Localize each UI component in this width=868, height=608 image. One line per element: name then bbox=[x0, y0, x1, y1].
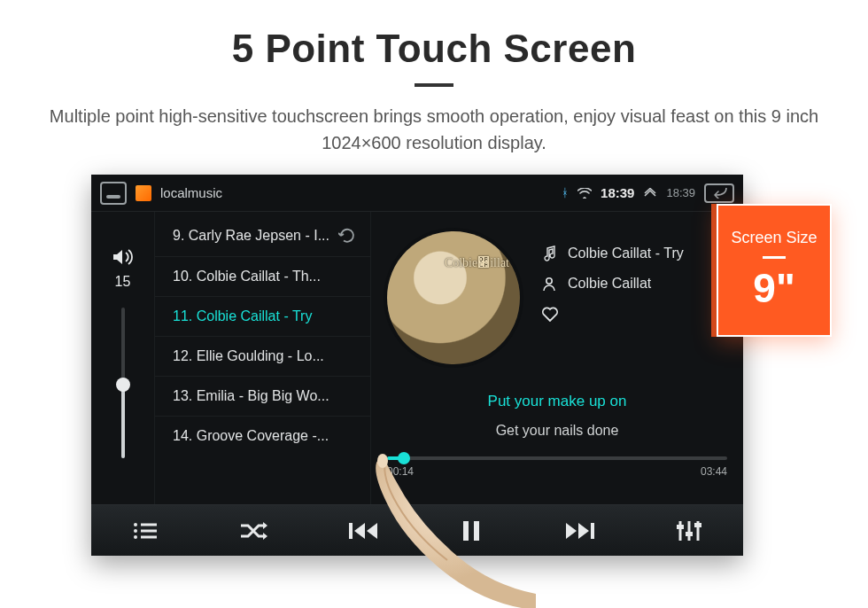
track-row[interactable]: 10. Colbie Caillat - Th... bbox=[155, 257, 370, 297]
music-note-icon bbox=[541, 246, 557, 261]
progress-bar[interactable]: 00:14 03:44 bbox=[387, 456, 727, 478]
wifi-icon bbox=[577, 188, 592, 199]
back-button[interactable] bbox=[704, 183, 734, 203]
track-row[interactable]: 9. Carly Rae Jepsen - I... bbox=[155, 215, 370, 257]
album-art bbox=[387, 231, 520, 364]
artist-icon bbox=[541, 276, 557, 292]
title-underline bbox=[415, 83, 453, 87]
track-label: 10. Colbie Caillat - Th... bbox=[173, 269, 321, 285]
svg-rect-9 bbox=[474, 521, 479, 541]
svg-point-3 bbox=[134, 529, 137, 533]
volume-icon bbox=[112, 247, 135, 267]
next-button[interactable] bbox=[554, 513, 607, 549]
svg-rect-13 bbox=[694, 523, 701, 527]
playlist-button[interactable] bbox=[119, 513, 172, 549]
pause-button[interactable] bbox=[445, 513, 498, 549]
time-total: 03:44 bbox=[701, 465, 727, 478]
track-label: 14. Groove Coverage -... bbox=[173, 428, 329, 444]
badge-value: 9" bbox=[753, 264, 794, 312]
track-label: 12. Ellie Goulding - Lo... bbox=[173, 348, 324, 364]
head-unit-screen: localmusic ᚼ 18:39 18:39 15 9. Carly Rae… bbox=[91, 175, 743, 556]
volume-panel: 15 bbox=[91, 212, 155, 504]
now-playing-panel: Colbie Caillat - Try Colbie Caillat Put … bbox=[371, 212, 743, 504]
loop-icon[interactable] bbox=[338, 227, 356, 245]
badge-label: Screen Size bbox=[731, 229, 817, 247]
svg-rect-12 bbox=[686, 532, 693, 536]
screen-size-badge: Screen Size 9" bbox=[717, 204, 832, 337]
clock-primary: 18:39 bbox=[601, 185, 634, 200]
track-row[interactable]: 12. Ellie Goulding - Lo... bbox=[155, 337, 370, 377]
volume-level: 15 bbox=[115, 274, 131, 290]
svg-rect-6 bbox=[141, 535, 157, 538]
now-playing-artist: Colbie Caillat bbox=[568, 276, 651, 292]
shuffle-button[interactable] bbox=[228, 513, 281, 549]
chevron-up-icon bbox=[643, 188, 657, 199]
svg-point-5 bbox=[134, 535, 137, 539]
svg-rect-4 bbox=[141, 529, 157, 532]
svg-rect-2 bbox=[141, 523, 157, 526]
track-label: 9. Carly Rae Jepsen - I... bbox=[173, 228, 329, 244]
track-row[interactable]: 14. Groove Coverage -... bbox=[155, 417, 370, 456]
time-elapsed: 00:14 bbox=[387, 465, 414, 478]
now-playing-title: Colbie Caillat - Try bbox=[568, 246, 684, 261]
page-title: 5 Point Touch Screen bbox=[0, 27, 868, 71]
equalizer-button[interactable] bbox=[663, 513, 716, 549]
home-button[interactable] bbox=[100, 182, 127, 205]
transport-controls bbox=[91, 504, 743, 556]
music-app-icon bbox=[136, 185, 151, 201]
app-label: localmusic bbox=[160, 185, 222, 200]
clock-secondary: 18:39 bbox=[666, 186, 695, 199]
track-label: 11. Colbie Caillat - Try bbox=[173, 308, 312, 324]
svg-rect-7 bbox=[349, 523, 353, 539]
status-bar: localmusic ᚼ 18:39 18:39 bbox=[91, 175, 743, 212]
prev-button[interactable] bbox=[337, 513, 390, 549]
track-label: 13. Emilia - Big Big Wo... bbox=[173, 388, 329, 404]
lyric-next: Get your nails done bbox=[387, 423, 727, 439]
svg-rect-10 bbox=[591, 523, 594, 539]
volume-slider[interactable] bbox=[121, 308, 125, 458]
page-subtitle: Multiple point high-sensitive touchscree… bbox=[0, 103, 868, 156]
track-row-active[interactable]: 11. Colbie Caillat - Try bbox=[155, 297, 370, 337]
playlist: 9. Carly Rae Jepsen - I... 10. Colbie Ca… bbox=[155, 212, 371, 504]
track-row[interactable]: 13. Emilia - Big Big Wo... bbox=[155, 377, 370, 417]
favorite-button[interactable] bbox=[541, 306, 559, 322]
svg-rect-11 bbox=[677, 525, 684, 529]
svg-rect-8 bbox=[463, 521, 469, 541]
svg-point-0 bbox=[546, 278, 552, 284]
lyric-current: Put your make up on bbox=[387, 393, 727, 410]
bluetooth-icon: ᚼ bbox=[562, 186, 569, 199]
svg-point-1 bbox=[134, 523, 137, 526]
